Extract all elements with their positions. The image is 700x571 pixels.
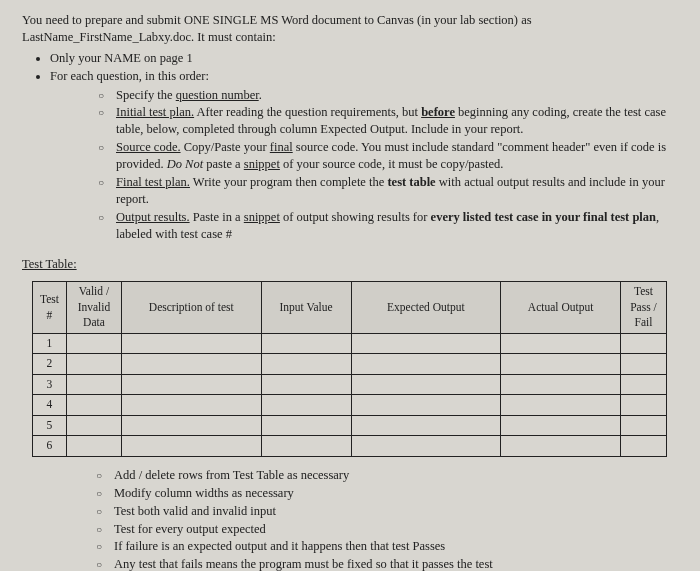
th-input: Input Value (261, 282, 351, 334)
sub-item-1: Specify the question number. (98, 87, 678, 104)
sub-item-2: Initial test plan. After reading the que… (98, 104, 678, 138)
table-row: 5 (33, 415, 667, 436)
note-4: Test for every output expected (96, 521, 678, 538)
sub-item-3: Source code. Copy/Paste your final sourc… (98, 139, 678, 173)
notes-list: Add / delete rows from Test Table as nec… (22, 467, 678, 571)
table-row: 3 (33, 374, 667, 395)
note-3: Test both valid and invalid input (96, 503, 678, 520)
main-list: Only your NAME on page 1 For each questi… (22, 50, 678, 243)
main-bullet-1: Only your NAME on page 1 (50, 50, 678, 67)
intro-text: You need to prepare and submit ONE SINGL… (22, 12, 678, 46)
table-header-row: Test # Valid / Invalid Data Description … (33, 282, 667, 334)
th-expected: Expected Output (351, 282, 501, 334)
table-row: 1 (33, 333, 667, 354)
th-pass: Test Pass / Fail (620, 282, 666, 334)
table-row: 4 (33, 395, 667, 416)
test-table: Test # Valid / Invalid Data Description … (32, 281, 667, 457)
table-body: 1 2 3 4 5 6 (33, 333, 667, 456)
note-5: If failure is an expected output and it … (96, 538, 678, 555)
th-valid: Valid / Invalid Data (66, 282, 121, 334)
sub-item-5: Output results. Paste in a snippet of ou… (98, 209, 678, 243)
note-6: Any test that fails means the program mu… (96, 556, 678, 571)
test-table-label: Test Table: (22, 256, 678, 273)
th-actual: Actual Output (501, 282, 621, 334)
main-bullet-2: For each question, in this order: Specif… (50, 68, 678, 243)
sub-list: Specify the question number. Initial tes… (50, 87, 678, 243)
note-2: Modify column widths as necessary (96, 485, 678, 502)
th-desc: Description of test (121, 282, 261, 334)
main-bullet-2-text: For each question, in this order: (50, 69, 209, 83)
th-test-num: Test # (33, 282, 67, 334)
sub-item-4: Final test plan. Write your program then… (98, 174, 678, 208)
table-row: 2 (33, 354, 667, 375)
table-row: 6 (33, 436, 667, 457)
note-1: Add / delete rows from Test Table as nec… (96, 467, 678, 484)
